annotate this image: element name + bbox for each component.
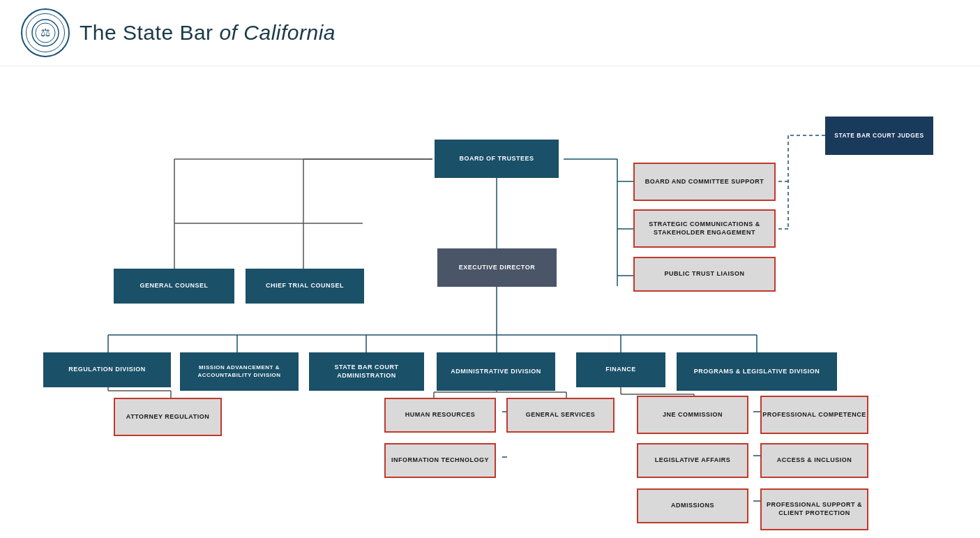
logo-icon: ⚖ bbox=[26, 13, 65, 52]
regulation-division-box: REGULATION DIVISION bbox=[43, 352, 171, 387]
finance-box: FINANCE bbox=[576, 352, 665, 387]
header: ⚖ The State Bar of California bbox=[0, 0, 980, 66]
professional-support-box: PROFESSIONAL SUPPORT & CLIENT PROTECTION bbox=[760, 488, 868, 530]
header-title-italic: of California bbox=[219, 21, 336, 44]
public-trust-liaison-box: PUBLIC TRUST LIAISON bbox=[633, 257, 776, 292]
board-committee-support-box: BOARD AND COMMITTEE SUPPORT bbox=[633, 163, 776, 201]
professional-competence-box: PROFESSIONAL COMPETENCE bbox=[760, 396, 868, 434]
information-technology-box: INFORMATION TECHNOLOGY bbox=[384, 443, 496, 478]
general-services-box: GENERAL SERVICES bbox=[506, 398, 615, 433]
state-bar-court-judges-box: STATE BAR COURT JUDGES bbox=[825, 117, 933, 155]
header-title: The State Bar of California bbox=[80, 21, 336, 45]
header-title-plain: The State Bar bbox=[80, 21, 219, 44]
access-inclusion-box: ACCESS & INCLUSION bbox=[760, 443, 868, 478]
executive-director-box: EXECUTIVE DIRECTOR bbox=[437, 248, 557, 287]
administrative-division-box: ADMINISTRATIVE DIVISION bbox=[437, 352, 555, 391]
mission-advancement-box: MISSION ADVANCEMENT & ACCOUNTABILITY DIV… bbox=[180, 352, 299, 391]
svg-text:⚖: ⚖ bbox=[40, 27, 50, 38]
admissions-box: ADMISSIONS bbox=[637, 488, 748, 523]
programs-legislative-box: PROGRAMS & LEGISLATIVE DIVISION bbox=[677, 352, 837, 391]
org-chart: STATE BAR COURT JUDGES BOARD OF TRUSTEES… bbox=[0, 70, 980, 538]
jne-commission-box: JNE COMMISSION bbox=[637, 396, 748, 434]
state-bar-court-admin-box: STATE BAR COURT ADMINISTRATION bbox=[309, 352, 424, 391]
strategic-communications-box: STRATEGIC COMMUNICATIONS & STAKEHOLDER E… bbox=[633, 209, 776, 248]
logo-circle: ⚖ bbox=[21, 8, 70, 57]
human-resources-box: HUMAN RESOURCES bbox=[384, 398, 496, 433]
legislative-affairs-box: LEGISLATIVE AFFAIRS bbox=[637, 443, 748, 478]
general-counsel-box: GENERAL COUNSEL bbox=[114, 269, 234, 304]
attorney-regulation-box: ATTORNEY REGULATION bbox=[114, 398, 222, 436]
chief-trial-counsel-box: CHIEF TRIAL COUNSEL bbox=[246, 269, 364, 304]
board-of-trustees-box: BOARD OF TRUSTEES bbox=[435, 140, 559, 178]
